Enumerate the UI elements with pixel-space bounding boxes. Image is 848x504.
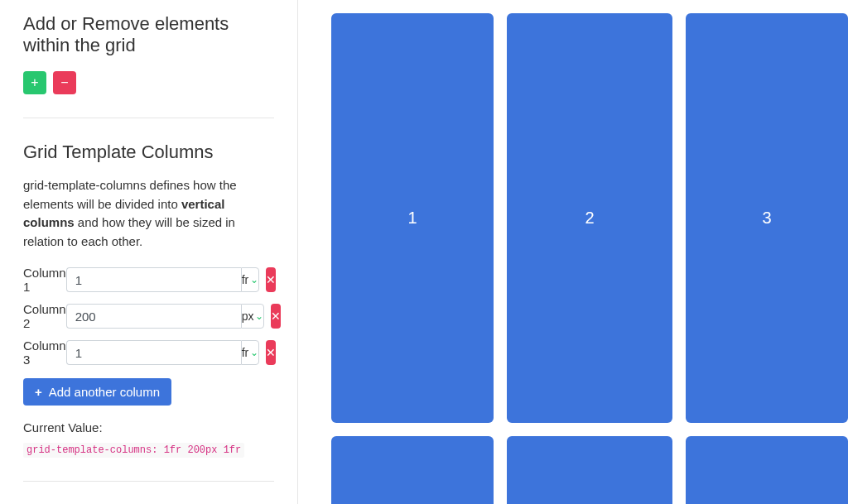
close-icon: ✕ [266, 273, 276, 286]
column-unit-text: fr [242, 273, 249, 286]
column-unit-select[interactable]: px⌄ [241, 304, 265, 329]
grid-preview: 123456 [298, 0, 848, 504]
plus-icon [35, 385, 42, 399]
chevron-down-icon: ⌄ [250, 275, 258, 285]
add-remove-buttons: + − [23, 71, 274, 94]
grid-item: 3 [686, 13, 848, 423]
current-value-code: grid-template-columns: 1fr 200px 1fr [23, 443, 244, 458]
chevron-down-icon: ⌄ [255, 311, 263, 321]
column-value-input[interactable] [66, 340, 241, 365]
current-value-label: Current Value: [23, 420, 274, 434]
delete-column-button[interactable]: ✕ [266, 267, 276, 292]
column-unit-select[interactable]: fr⌄ [241, 267, 260, 292]
add-remove-section: Add or Remove elements within the grid +… [23, 13, 274, 118]
delete-column-button[interactable]: ✕ [266, 340, 276, 365]
grid-item: 6 [686, 436, 848, 504]
grid-item: 4 [331, 436, 494, 504]
grid-template-columns-section: Grid Template Columns grid-template-colu… [23, 142, 274, 482]
gtc-description: grid-template-columns defines how the el… [23, 176, 274, 251]
column-value-input[interactable] [66, 267, 241, 292]
settings-sidebar: Add or Remove elements within the grid +… [0, 0, 298, 504]
column-unit-text: fr [242, 346, 249, 359]
column-value-input[interactable] [66, 304, 241, 329]
add-column-button[interactable]: Add another column [23, 378, 171, 406]
chevron-down-icon: ⌄ [250, 348, 258, 358]
remove-element-button[interactable]: − [53, 71, 76, 94]
column-row: Column 1fr⌄✕ [23, 266, 274, 294]
delete-column-button[interactable]: ✕ [271, 304, 281, 329]
column-label: Column 3 [23, 338, 66, 367]
column-label: Column 2 [23, 302, 66, 330]
add-element-button[interactable]: + [23, 71, 46, 94]
close-icon: ✕ [271, 310, 281, 323]
add-remove-heading: Add or Remove elements within the grid [23, 13, 274, 56]
column-unit-text: px [242, 310, 254, 323]
close-icon: ✕ [266, 346, 276, 359]
grid-item: 5 [507, 436, 672, 504]
grid-item: 2 [507, 13, 672, 423]
column-row: Column 2px⌄✕ [23, 302, 274, 330]
gtc-heading: Grid Template Columns [23, 142, 274, 163]
column-label: Column 1 [23, 266, 66, 294]
plus-icon: + [31, 75, 38, 90]
column-row: Column 3fr⌄✕ [23, 338, 274, 367]
column-unit-select[interactable]: fr⌄ [241, 340, 260, 365]
grid-item: 1 [331, 13, 494, 423]
add-column-label: Add another column [49, 385, 160, 399]
minus-icon: − [60, 75, 68, 90]
